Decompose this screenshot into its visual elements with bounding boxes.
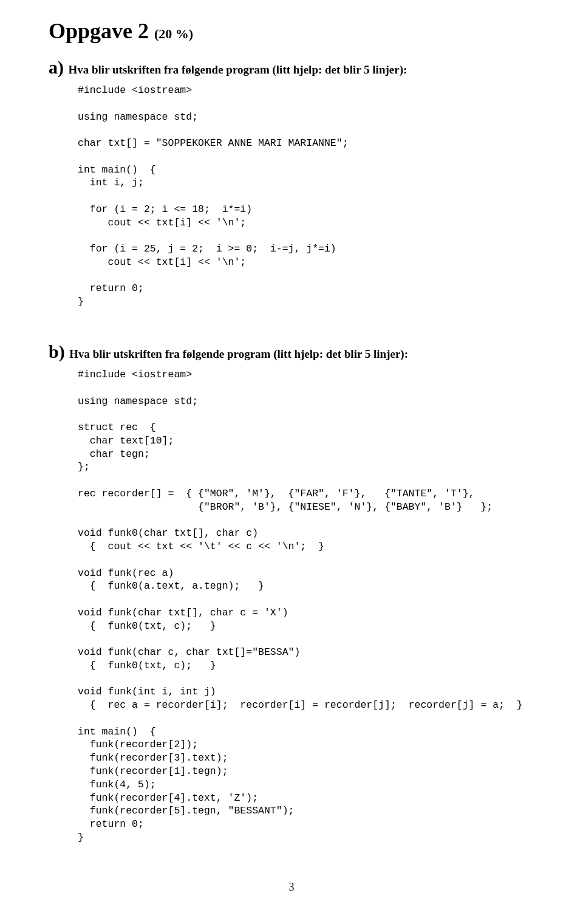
part-a-heading: a) Hva blir utskriften fra følgende prog… bbox=[49, 57, 534, 78]
part-a-code: #include <iostream> using namespace std;… bbox=[78, 84, 534, 309]
part-a-letter: a) bbox=[49, 57, 69, 77]
part-b-heading: b) Hva blir utskriften fra følgende prog… bbox=[49, 341, 534, 362]
part-b-letter: b) bbox=[49, 341, 69, 361]
title-main: Oppgave 2 bbox=[49, 19, 154, 43]
page-number: 3 bbox=[49, 881, 534, 894]
part-a-prompt: Hva blir utskriften fra følgende program… bbox=[69, 63, 407, 76]
task-title: Oppgave 2 (20 %) bbox=[49, 18, 534, 44]
page-content: Oppgave 2 (20 %) a) Hva blir utskriften … bbox=[0, 0, 583, 918]
title-weight: (20 %) bbox=[154, 26, 193, 41]
part-b-prompt: Hva blir utskriften fra følgende program… bbox=[69, 347, 408, 360]
part-b-code: #include <iostream> using namespace std;… bbox=[78, 368, 534, 844]
spacer bbox=[49, 309, 534, 330]
